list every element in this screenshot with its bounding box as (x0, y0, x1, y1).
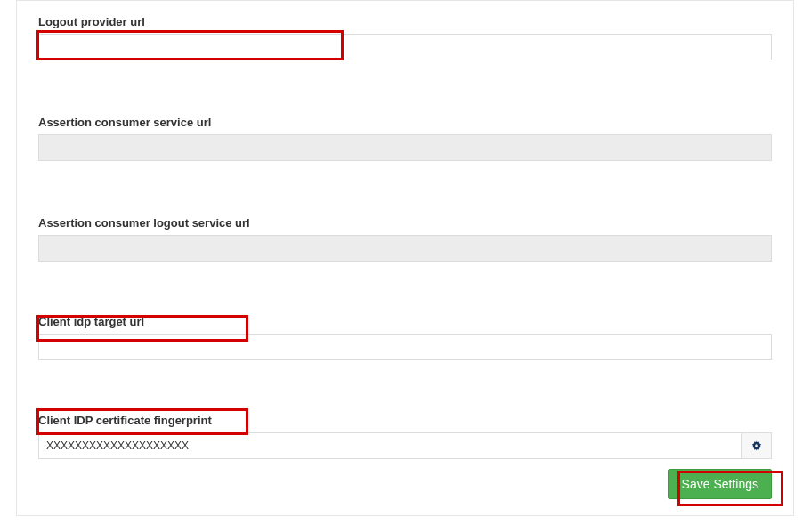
field-client-idp-fingerprint: Client IDP certificate fingerprint (38, 414, 772, 459)
svg-point-0 (755, 444, 758, 447)
action-row: Save Settings (668, 469, 772, 499)
gear-icon (750, 439, 763, 452)
spacer (38, 262, 772, 297)
label-acs-url: Assertion consumer service url (38, 116, 772, 129)
field-acs-url: Assertion consumer service url (38, 116, 772, 161)
input-client-idp-fingerprint[interactable] (38, 432, 741, 459)
spacer (38, 360, 772, 396)
field-acs-logout-url: Assertion consumer logout service url (38, 216, 772, 262)
label-acs-logout-url: Assertion consumer logout service url (38, 216, 772, 230)
input-client-idp-target-url[interactable] (38, 334, 772, 360)
label-client-idp-fingerprint: Client IDP certificate fingerprint (38, 414, 772, 427)
save-settings-button[interactable]: Save Settings (668, 469, 772, 499)
fingerprint-input-group (38, 432, 772, 459)
spacer (38, 161, 772, 198)
input-logout-provider-url[interactable] (38, 34, 772, 60)
label-logout-provider-url: Logout provider url (38, 15, 772, 28)
field-client-idp-target-url: Client idp target url (38, 315, 772, 360)
input-acs-url (38, 134, 772, 161)
settings-panel: Logout provider url Assertion consumer s… (16, 0, 794, 516)
spacer (38, 60, 772, 98)
field-logout-provider-url: Logout provider url (38, 15, 772, 60)
input-acs-logout-url (38, 235, 772, 262)
fingerprint-settings-button[interactable] (741, 432, 772, 459)
label-client-idp-target-url: Client idp target url (38, 315, 772, 328)
